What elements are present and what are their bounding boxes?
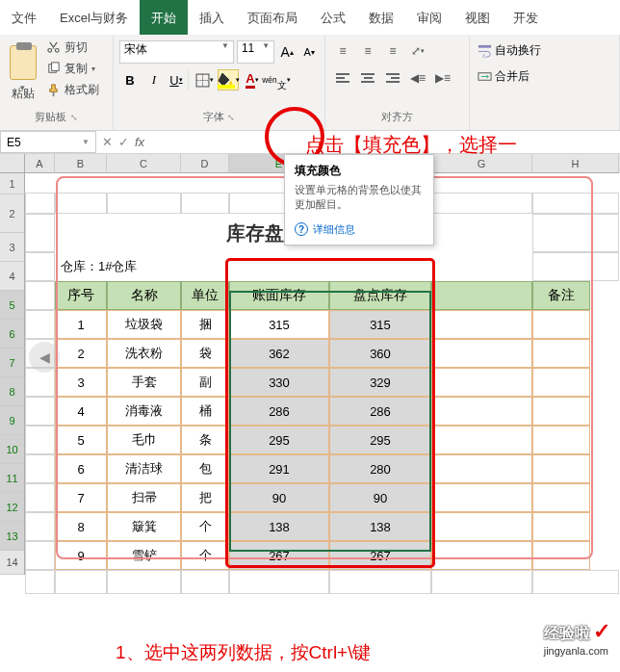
underline-button[interactable]: U ▾ <box>168 69 189 90</box>
cell-gap[interactable] <box>431 368 532 397</box>
fill-color-button[interactable]: ▾ <box>218 69 239 90</box>
align-left-button[interactable] <box>331 67 354 89</box>
row-header-11[interactable]: 11 <box>0 464 25 493</box>
bold-button[interactable]: B <box>119 69 141 90</box>
cell-count[interactable]: 280 <box>329 454 431 483</box>
align-bottom-button[interactable]: ≡ <box>381 40 404 62</box>
cell-name[interactable]: 毛巾 <box>107 426 181 454</box>
cell-remark[interactable] <box>532 426 590 454</box>
cell-book[interactable]: 291 <box>229 454 329 483</box>
cell-book[interactable]: 362 <box>229 339 329 368</box>
cell-name[interactable]: 扫帚 <box>107 483 181 512</box>
wrap-text-button[interactable]: 自动换行 <box>476 42 613 59</box>
row-header-3[interactable]: 3 <box>0 233 25 262</box>
indent-left-button[interactable]: ◀≡ <box>406 67 429 89</box>
cell-remark[interactable] <box>532 397 590 426</box>
paste-button[interactable]: 粘贴 <box>6 39 40 108</box>
italic-button[interactable]: I <box>143 69 165 90</box>
cell-gap[interactable] <box>431 454 532 483</box>
cell-unit[interactable]: 桶 <box>181 397 229 426</box>
cell-book[interactable]: 315 <box>229 310 329 339</box>
cell-gap[interactable] <box>431 310 532 339</box>
fx-icon[interactable]: fx <box>135 135 144 149</box>
menu-review[interactable]: 审阅 <box>405 0 453 35</box>
menu-view[interactable]: 视图 <box>453 0 502 35</box>
align-right-button[interactable] <box>381 67 404 89</box>
menu-insert[interactable]: 插入 <box>188 0 236 35</box>
cell-remark[interactable] <box>532 310 590 339</box>
cell-no[interactable]: 3 <box>55 368 107 397</box>
row-header-2[interactable]: 2 <box>0 194 25 233</box>
col-header-d[interactable]: D <box>181 154 229 173</box>
decrease-font-button[interactable]: A▾ <box>299 41 319 63</box>
col-header-a[interactable]: A <box>25 154 55 173</box>
cell-name[interactable]: 垃圾袋 <box>107 310 181 339</box>
cell-book[interactable]: 295 <box>229 426 329 454</box>
cell-gap[interactable] <box>431 426 532 454</box>
cell-unit[interactable]: 捆 <box>181 310 229 339</box>
cell-remark[interactable] <box>532 512 590 541</box>
cell-count[interactable]: 90 <box>329 483 431 512</box>
cell-remark[interactable] <box>532 483 590 512</box>
border-button[interactable]: ▾ <box>194 69 215 90</box>
cell-name[interactable]: 雪铲 <box>107 541 181 570</box>
cell-remark[interactable] <box>532 339 590 368</box>
row-header-8[interactable]: 8 <box>0 377 25 406</box>
cell-gap[interactable] <box>431 541 532 570</box>
cell-no[interactable]: 9 <box>55 541 107 570</box>
cell-book[interactable]: 90 <box>229 483 329 512</box>
menu-dev[interactable]: 开发 <box>502 0 550 35</box>
cell-name[interactable]: 簸箕 <box>107 512 181 541</box>
cell-name[interactable]: 手套 <box>107 368 181 397</box>
font-color-button[interactable]: A▾ <box>242 69 263 90</box>
fx-cancel-button[interactable]: ✕ <box>102 135 113 149</box>
tooltip-more-link[interactable]: ? 详细信息 <box>295 222 424 237</box>
menu-data[interactable]: 数据 <box>357 0 405 35</box>
row-header-12[interactable]: 12 <box>0 493 25 522</box>
cell-count[interactable]: 329 <box>329 368 431 397</box>
cell-count[interactable]: 138 <box>329 512 431 541</box>
cell-name[interactable]: 清洁球 <box>107 454 181 483</box>
menu-layout[interactable]: 页面布局 <box>236 0 309 35</box>
indent-right-button[interactable]: ▶≡ <box>431 67 454 89</box>
cell-unit[interactable]: 副 <box>181 368 229 397</box>
cell-no[interactable]: 1 <box>55 310 107 339</box>
row-header-7[interactable]: 7 <box>0 349 25 377</box>
cell-remark[interactable] <box>532 454 590 483</box>
cell-no[interactable]: 2 <box>55 339 107 368</box>
cell-count[interactable]: 315 <box>329 310 431 339</box>
font-family-select[interactable]: 宋体▼ <box>119 40 234 64</box>
menu-file[interactable]: 文件 <box>0 0 48 35</box>
worksheet[interactable]: 库存盘点对照表 仓库：1#仓库 序号 名称 单位 账面库存 盘点库存 备注 1垃… <box>25 193 619 594</box>
row-header-13[interactable]: 13 <box>0 522 25 551</box>
phonetic-button[interactable]: wén文▾ <box>266 69 287 90</box>
row-header-14[interactable]: 14 <box>0 551 25 575</box>
cell-unit[interactable]: 袋 <box>181 339 229 368</box>
cell-gap[interactable] <box>431 339 532 368</box>
cell-unit[interactable]: 个 <box>181 512 229 541</box>
cell-count[interactable]: 267 <box>329 541 431 570</box>
menu-home[interactable]: 开始 <box>140 0 188 35</box>
orientation-button[interactable]: ⤢▾ <box>406 40 429 62</box>
cell-gap[interactable] <box>431 483 532 512</box>
cell-book[interactable]: 330 <box>229 368 329 397</box>
copy-button[interactable]: 复制 ▾ <box>44 60 101 78</box>
name-box[interactable]: E5▼ <box>0 131 96 153</box>
cell-book[interactable]: 138 <box>229 512 329 541</box>
cell-name[interactable]: 消毒液 <box>107 397 181 426</box>
scroll-back-icon[interactable]: ◀ <box>29 342 60 373</box>
row-header-9[interactable]: 9 <box>0 406 25 435</box>
cell-unit[interactable]: 把 <box>181 483 229 512</box>
cell-unit[interactable]: 包 <box>181 454 229 483</box>
align-middle-button[interactable]: ≡ <box>356 40 379 62</box>
cell-no[interactable]: 4 <box>55 397 107 426</box>
col-header-b[interactable]: B <box>55 154 107 173</box>
row-header-5[interactable]: 5 <box>0 291 25 320</box>
cell-name[interactable]: 洗衣粉 <box>107 339 181 368</box>
cell-count[interactable]: 286 <box>329 397 431 426</box>
cut-button[interactable]: 剪切 <box>44 39 101 57</box>
select-all-box[interactable] <box>0 154 25 173</box>
cell-gap[interactable] <box>431 397 532 426</box>
cell-remark[interactable] <box>532 541 590 570</box>
increase-font-button[interactable]: A▴ <box>277 41 297 63</box>
